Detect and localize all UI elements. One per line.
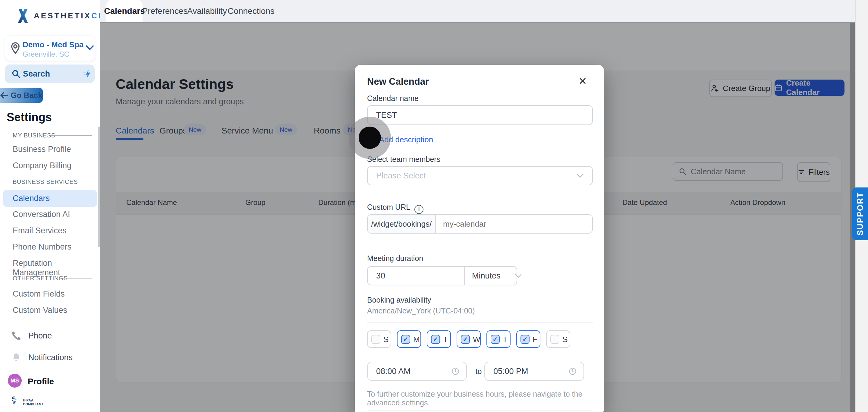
profile-avatar[interactable]: MS (8, 374, 22, 388)
support-tab[interactable]: SUPPORT (852, 187, 868, 240)
section-label-my-business: MY BUSINESS (13, 132, 56, 139)
booking-availability-label: Booking availability (367, 296, 431, 305)
time-to-input[interactable]: 05:00 PM (484, 362, 584, 381)
check-icon: ✓ (493, 336, 498, 343)
sidebar-item-calendars-label: Calendars (13, 194, 50, 203)
sidebar-item-reputation-management[interactable]: Reputation Management (13, 259, 100, 277)
tab-preferences[interactable]: Preferences (147, 0, 183, 22)
day-checkbox-friday[interactable]: ✓ F (516, 330, 540, 348)
go-back-button[interactable]: Go Back (0, 88, 43, 103)
modal-divider (367, 244, 593, 244)
section-divider (59, 278, 92, 279)
location-switcher[interactable]: Demo - Med Spa Greenville, SC (5, 36, 95, 61)
phone-icon (11, 330, 22, 341)
custom-url-input[interactable] (436, 215, 592, 233)
chevron-down-icon (577, 173, 584, 178)
meeting-duration-input[interactable] (368, 267, 464, 285)
sidebar-item-email-services[interactable]: Email Services (13, 226, 67, 235)
check-icon: ✓ (522, 336, 528, 343)
time-range-to-label: to (472, 362, 486, 381)
meeting-duration-label: Meeting duration (367, 254, 423, 263)
day-checkbox-thursday[interactable]: ✓ T (487, 330, 510, 348)
check-icon: ✓ (463, 336, 468, 343)
sidebar-item-profile[interactable]: Profile (28, 377, 54, 386)
day-checkbox-saturday[interactable]: ✓ S (546, 330, 570, 348)
notifications-label: Notifications (28, 353, 73, 362)
modal-title: New Calendar (367, 76, 429, 87)
calendar-name-label: Calendar name (367, 94, 418, 103)
clock-icon (568, 367, 577, 376)
team-members-select[interactable]: Please Select (367, 166, 593, 185)
settings-title: Settings (7, 111, 52, 124)
brand-x-icon (15, 8, 31, 24)
custom-url-prefix: /widget/bookings/ (368, 215, 436, 233)
sidebar-item-custom-fields[interactable]: Custom Fields (13, 289, 65, 299)
location-name: Demo - Med Spa (23, 40, 84, 50)
app-root: AESTHETIXCRM Demo - Med Spa Greenville, … (0, 0, 868, 412)
checkbox: ✓ (371, 335, 380, 344)
checkbox: ✓ (461, 335, 470, 344)
sidebar-search-label: Search (23, 69, 50, 79)
meeting-duration-group: Minutes (367, 266, 517, 285)
checkbox: ✓ (431, 335, 440, 344)
go-back-label: Go Back (10, 91, 42, 100)
tab-calendars[interactable]: Calendars (106, 0, 143, 22)
timezone-text: America/New_York (UTC-04:00) (367, 307, 475, 315)
sidebar-search[interactable]: Search (5, 64, 95, 83)
day-checkbox-monday[interactable]: ✓ M (397, 330, 421, 348)
sidebar-item-custom-values[interactable]: Custom Values (13, 306, 67, 315)
sidebar-item-business-profile[interactable]: Business Profile (13, 145, 71, 154)
time-from-value: 08:00 AM (376, 367, 410, 376)
modal-divider (367, 195, 593, 195)
location-pin-icon (10, 42, 21, 55)
location-city: Greenville, SC (23, 50, 69, 59)
tab-availability[interactable]: Availability (190, 0, 224, 22)
team-members-placeholder: Please Select (376, 171, 577, 181)
search-icon (11, 69, 21, 78)
topbar: Calendars Preferences Availability Conne… (100, 0, 855, 23)
sidebar-item-calendars[interactable]: Calendars (3, 190, 97, 207)
sidebar-scrollbar[interactable] (98, 127, 100, 247)
sidebar-footer-divider (0, 320, 100, 320)
brand-logo: AESTHETIXCRM (15, 8, 114, 24)
check-icon: ✓ (433, 336, 438, 343)
clock-icon (451, 367, 460, 376)
hipaa-caduceus-icon: ⚕ (11, 393, 17, 407)
check-icon: ✓ (403, 336, 408, 343)
checkbox: ✓ (491, 335, 500, 344)
close-icon[interactable]: ✕ (578, 75, 587, 87)
day-checkbox-tuesday[interactable]: ✓ T (427, 330, 451, 348)
modal-divider (367, 322, 593, 323)
sidebar-item-company-billing[interactable]: Company Billing (13, 161, 71, 170)
section-divider (51, 135, 92, 136)
day-checkbox-wednesday[interactable]: ✓ W (457, 330, 481, 348)
time-to-value: 05:00 PM (493, 367, 528, 376)
calendar-name-input[interactable] (367, 105, 593, 125)
meeting-duration-unit-value: Minutes (472, 271, 501, 281)
phone-label: Phone (28, 331, 52, 341)
sidebar-item-conversation-ai[interactable]: Conversation AI (13, 210, 70, 219)
sidebar-item-phone[interactable]: Phone (11, 330, 52, 341)
sidebar-item-notifications[interactable]: Notifications (11, 352, 73, 363)
custom-url-label: Custom URLi (367, 203, 424, 214)
cursor-dot (359, 127, 381, 149)
lightning-icon (83, 69, 93, 79)
business-hours-note: To further customize your business hours… (367, 390, 604, 407)
checkbox: ✓ (521, 335, 530, 344)
day-checkbox-sunday[interactable]: ✓ S (367, 330, 391, 348)
time-from-input[interactable]: 08:00 AM (367, 362, 467, 381)
section-divider (64, 182, 92, 182)
hipaa-badge: HIPAA COMPLIANT (23, 399, 43, 406)
arrow-left-icon (0, 92, 8, 99)
sidebar-item-phone-numbers[interactable]: Phone Numbers (13, 242, 71, 252)
custom-url-group: /widget/bookings/ (367, 214, 593, 233)
tab-connections[interactable]: Connections (231, 0, 271, 22)
sidebar: AESTHETIXCRM Demo - Med Spa Greenville, … (0, 0, 100, 412)
support-label: SUPPORT (856, 192, 865, 236)
info-icon[interactable]: i (414, 205, 424, 214)
new-calendar-modal: New Calendar ✕ Calendar name Add descrip… (355, 65, 604, 412)
meeting-duration-unit-select[interactable]: Minutes (464, 267, 522, 285)
modal-divider (367, 410, 593, 411)
chevron-down-icon (86, 45, 94, 50)
chevron-down-icon (515, 274, 522, 278)
